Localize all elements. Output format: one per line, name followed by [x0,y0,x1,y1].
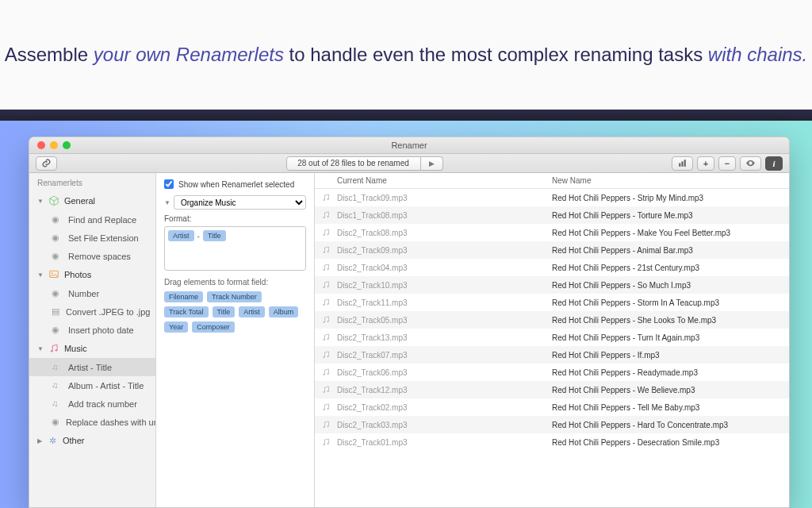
svg-point-35 [323,444,324,445]
music-note-icon [321,315,331,325]
current-name: Disc1_Track08.mp3 [337,211,408,220]
svg-point-25 [323,356,324,358]
pool-tag[interactable]: Album [269,306,299,318]
current-name: Disc2_Track03.mp3 [337,421,408,429]
sidebar-item[interactable]: ♫Album - Artist - Title [29,376,155,394]
table-row[interactable]: Disc2_Track09.mp3Red Hot Chili Peppers -… [315,241,789,259]
sidebar-item[interactable]: ◉Replace dashes with unde… [29,413,155,431]
sidebar-group-title[interactable]: ▶ ✲ Other [29,431,155,450]
config-panel: Show when Renamerlet selected ▼ Organize… [156,173,315,507]
info-button[interactable]: i [765,156,783,171]
new-name: Red Hot Chili Peppers - Desecration Smil… [552,438,789,447]
preview-button[interactable] [740,156,761,171]
window-title: Renamer [29,140,789,150]
svg-point-5 [51,350,52,352]
cube-icon [48,195,59,206]
sidebar-group-title[interactable]: ▼ Music [29,339,155,358]
music-note-icon [321,263,331,272]
pool-tag[interactable]: Filename [164,291,203,302]
pool-tag[interactable]: Track Number [207,291,262,302]
hero-heading: Assemble your own Renamerlets to handle … [0,0,812,110]
link-button[interactable] [36,156,57,171]
pool-tag[interactable]: Artist [239,306,265,318]
svg-point-30 [327,391,328,392]
sidebar-item[interactable]: ◉Number [29,284,155,302]
globe-icon: ◉ [52,214,62,225]
sidebar-header: Renamerlets [29,173,155,191]
table-row[interactable]: Disc2_Track04.mp3Red Hot Chili Peppers -… [315,259,789,276]
table-row[interactable]: Disc2_Track12.mp3Red Hot Chili Peppers -… [315,381,789,398]
svg-point-32 [327,408,328,410]
table-row[interactable]: Disc2_Track01.mp3Red Hot Chili Peppers -… [315,433,789,451]
table-row[interactable]: Disc2_Track07.mp3Red Hot Chili Peppers -… [315,346,789,364]
sidebar-group-title[interactable]: ▼ General [29,191,155,210]
svg-point-36 [327,443,328,444]
sidebar-item[interactable]: ◉Insert photo date [29,321,155,339]
new-name: Red Hot Chili Peppers - Torture Me.mp3 [552,211,789,220]
table-row[interactable]: Disc2_Track10.mp3Red Hot Chili Peppers -… [315,276,789,294]
format-field[interactable]: Artist - Title [164,226,306,271]
table-row[interactable]: Disc1_Track08.mp3Red Hot Chili Peppers -… [315,206,789,224]
sidebar-item[interactable]: ◉Find and Replace [29,210,155,229]
pool-tag[interactable]: Title [213,306,236,318]
svg-point-29 [323,391,324,393]
sidebar-group-general: ▼ General ◉Find and Replace ◉Set File Ex… [29,191,155,265]
music-note-icon [321,245,331,255]
progress-pill[interactable]: 28 out of 28 files to be renamed ▶ [286,156,443,171]
file-list: Current Name New Name Disc1_Track09.mp3R… [315,173,789,507]
music-note-icon [321,420,331,429]
table-row[interactable]: Disc2_Track08.mp3Red Hot Chili Peppers -… [315,224,789,241]
play-button[interactable]: ▶ [421,156,443,171]
table-row[interactable]: Disc2_Track13.mp3Red Hot Chili Peppers -… [315,329,789,346]
sidebar-item[interactable]: ♫Add track number [29,394,155,413]
table-row[interactable]: Disc2_Track11.mp3Red Hot Chili Peppers -… [315,294,789,311]
format-label: Format: [164,214,306,223]
new-name: Red Hot Chili Peppers - We Believe.mp3 [552,386,789,394]
pool-tag[interactable]: Composer [192,321,235,333]
col-new-name[interactable]: New Name [552,176,789,185]
col-current-name[interactable]: Current Name [315,176,552,185]
music-note-icon [321,228,331,237]
new-name: Red Hot Chili Peppers - She Looks To Me.… [552,316,789,325]
format-tag[interactable]: Title [203,230,226,241]
sidebar-group-music: ▼ Music ♫Artist - Title ♫Album - Artist … [29,339,155,431]
add-button[interactable]: + [697,156,714,171]
show-when-selected-checkbox[interactable]: Show when Renamerlet selected [164,179,306,189]
sidebar-group-title[interactable]: ▼ Photos [29,265,155,284]
format-tag[interactable]: Artist [168,230,194,241]
stats-button[interactable] [672,156,693,171]
svg-point-9 [323,217,324,218]
gear-icon: ✲ [47,435,58,446]
sidebar-item[interactable]: ◉Remove spaces [29,247,155,265]
table-row[interactable]: Disc2_Track02.mp3Red Hot Chili Peppers -… [315,398,789,416]
sidebar-item[interactable]: ▤Convert .JPEG to .jpg [29,302,155,321]
svg-point-26 [327,356,328,357]
sidebar-item[interactable]: ◉Set File Extension [29,229,155,247]
music-note-icon [321,368,331,377]
action-select[interactable]: Organize Music [174,195,306,210]
svg-point-18 [327,286,328,287]
note-icon: ♫ [52,362,62,372]
music-note-icon [321,385,331,394]
svg-point-8 [327,198,328,200]
pool-tag[interactable]: Year [164,321,188,333]
new-name: Red Hot Chili Peppers - Turn It Again.mp… [552,333,789,342]
sidebar-item-selected[interactable]: ♫Artist - Title [29,358,155,376]
table-row[interactable]: Disc2_Track05.mp3Red Hot Chili Peppers -… [315,311,789,329]
chevron-down-icon: ▼ [37,198,44,205]
music-note-icon [321,280,331,290]
table-row[interactable]: Disc2_Track03.mp3Red Hot Chili Peppers -… [315,416,789,433]
table-row[interactable]: Disc2_Track06.mp3Red Hot Chili Peppers -… [315,364,789,381]
current-name: Disc2_Track06.mp3 [337,368,408,377]
pool-tag[interactable]: Track Total [164,306,209,318]
remove-button[interactable]: − [718,156,736,171]
new-name: Red Hot Chili Peppers - Strip My Mind.mp… [552,194,789,202]
note-icon: ♫ [52,398,62,409]
toolbar: 28 out of 28 files to be renamed ▶ + − i [29,154,789,173]
table-row[interactable]: Disc1_Track09.mp3Red Hot Chili Peppers -… [315,189,789,206]
music-note-icon [321,298,331,307]
music-note-icon [321,350,331,360]
svg-point-7 [323,199,324,201]
titlebar[interactable]: Renamer [29,137,789,154]
chevron-down-icon: ▼ [37,271,44,279]
